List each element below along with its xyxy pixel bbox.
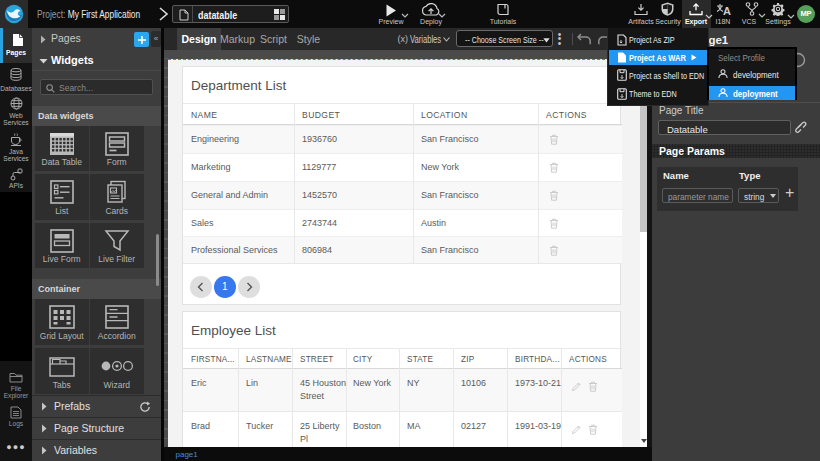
svg-text:A: A: [723, 5, 731, 16]
